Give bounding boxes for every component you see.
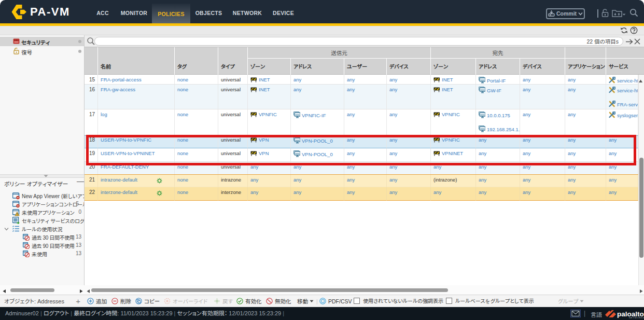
svg-text:NETWORKS: NETWORKS	[629, 316, 644, 319]
